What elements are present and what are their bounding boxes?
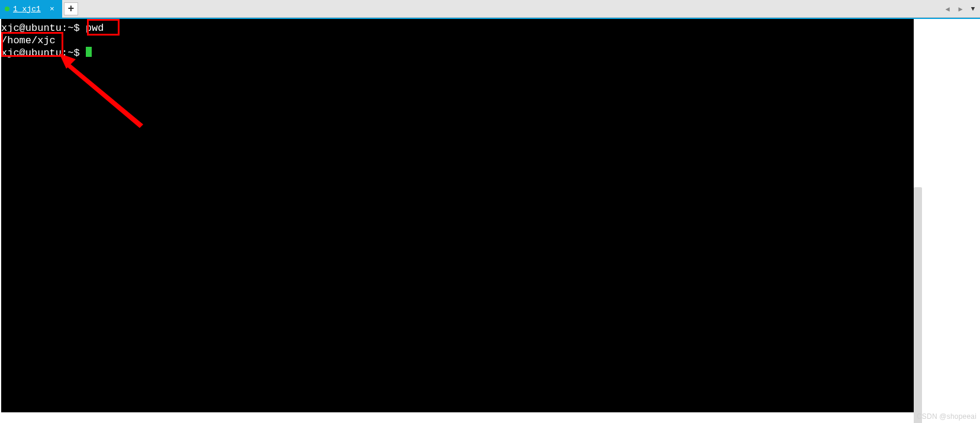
terminal-line-2: /home/xjc xyxy=(1,34,914,47)
tab-bar: 1 xjc1 × + ◀ ▶ ▼ xyxy=(0,0,980,18)
next-tab-icon[interactable]: ▶ xyxy=(955,4,966,14)
plus-icon: + xyxy=(68,3,75,15)
command-text: pwd xyxy=(86,23,104,34)
prompt-text: xjc@ubuntu:~$ xyxy=(1,47,80,59)
watermark-text: CSDN @shopeeai xyxy=(917,412,976,421)
terminal-container: xjc@ubuntu:~$ pwd /home/xjc xjc@ubuntu:~… xyxy=(0,18,980,423)
svg-marker-1 xyxy=(65,62,143,128)
terminal-line-1: xjc@ubuntu:~$ pwd xyxy=(1,22,914,34)
prev-tab-icon[interactable]: ◀ xyxy=(942,4,953,14)
connection-status-dot-icon xyxy=(5,7,9,11)
terminal[interactable]: xjc@ubuntu:~$ pwd /home/xjc xjc@ubuntu:~… xyxy=(1,19,914,412)
tabs-dropdown-icon[interactable]: ▼ xyxy=(968,5,978,12)
new-tab-button[interactable]: + xyxy=(64,2,78,15)
annotation-arrow-icon xyxy=(54,49,149,132)
close-tab-icon[interactable]: × xyxy=(48,5,56,13)
tab-xjc1[interactable]: 1 xjc1 × xyxy=(0,0,62,18)
terminal-line-3: xjc@ubuntu:~$ xyxy=(1,47,914,59)
tab-label: 1 xjc1 xyxy=(13,5,41,14)
vertical-scrollbar[interactable] xyxy=(914,187,922,423)
output-text: /home/xjc xyxy=(1,35,56,46)
prompt-text: xjc@ubuntu:~$ xyxy=(1,23,80,34)
scrollbar-thumb[interactable] xyxy=(914,187,922,423)
tabbar-right-controls: ◀ ▶ ▼ xyxy=(942,0,978,18)
terminal-cursor-icon xyxy=(86,47,92,57)
